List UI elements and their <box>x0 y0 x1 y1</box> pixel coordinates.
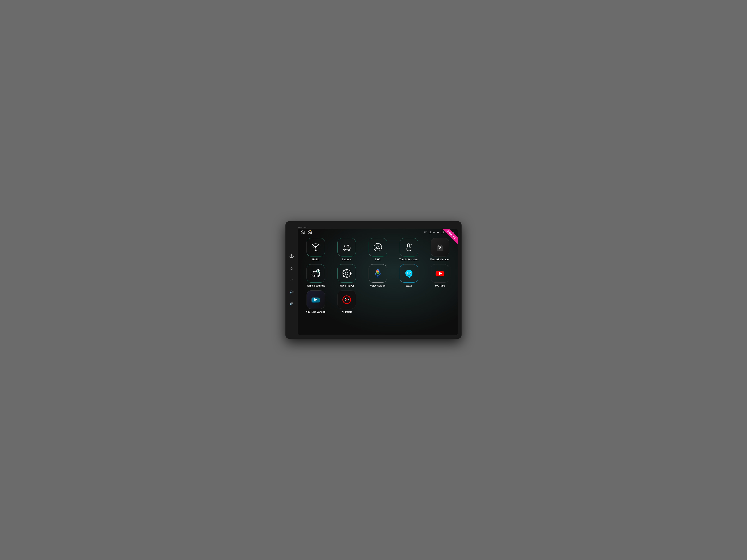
svg-rect-52 <box>376 271 379 272</box>
app-item-waze[interactable]: Waze <box>395 264 423 287</box>
touch-assistant-label: Touch-Assistant <box>399 258 418 261</box>
svg-point-57 <box>410 273 411 273</box>
volume-icon <box>436 231 440 234</box>
svg-text:i: i <box>318 270 318 272</box>
home-nav-icon[interactable] <box>301 230 305 235</box>
home-button[interactable]: ⌂ <box>288 264 295 272</box>
svg-line-20 <box>349 245 350 245</box>
youtube-icon <box>431 264 449 283</box>
svg-line-21 <box>347 247 347 247</box>
back-button[interactable]: ↩ <box>288 276 295 284</box>
app-item-settings[interactable]: Settings <box>333 238 361 261</box>
time-display: 18:46 <box>429 231 435 234</box>
yt-music-label: YT Music <box>341 311 352 313</box>
app-item-vehicle-settings[interactable]: i Vehicle settings <box>302 264 330 287</box>
svg-line-19 <box>349 247 350 247</box>
svg-rect-0 <box>310 230 310 232</box>
swc-label: SWC <box>375 258 381 261</box>
device-body: ● MIC ● RST ⏻ ⌂ ↩ 🔊+ 🔊- REMOVE <box>285 221 462 339</box>
screen: REMOVE <box>298 229 458 335</box>
svg-point-13 <box>348 246 349 247</box>
youtube-vanced-icon: ✦ <box>307 290 325 309</box>
svg-line-18 <box>347 245 347 245</box>
youtube-label: YouTube <box>435 284 445 287</box>
svg-line-7 <box>316 250 317 251</box>
wifi-icon <box>423 231 427 234</box>
remove-sticker: REMOVE <box>439 229 458 247</box>
app-item-youtube-vanced[interactable]: ✦ YouTube Vanced <box>302 290 330 313</box>
screen-bezel: REMOVE <box>298 229 458 335</box>
radio-icon <box>307 238 325 257</box>
settings-label: Settings <box>342 258 352 261</box>
launcher-icon[interactable] <box>308 230 312 235</box>
power-button[interactable]: ⏻ <box>288 252 295 260</box>
vanced-manager-label: Vanced Manager <box>430 258 450 261</box>
remove-sticker-text: REMOVE <box>441 229 458 245</box>
svg-point-28 <box>410 244 411 245</box>
app-item-voice-search[interactable]: Voice Search <box>364 264 392 287</box>
app-grid: Radio <box>298 236 458 317</box>
svg-point-37 <box>343 270 351 277</box>
svg-point-67 <box>346 299 347 300</box>
mic-label: ● MIC <box>298 226 302 228</box>
svg-rect-53 <box>376 272 379 274</box>
waze-label: Waze <box>406 284 412 287</box>
video-player-icon <box>337 264 356 283</box>
swc-icon <box>368 238 387 257</box>
svg-text:V: V <box>439 247 441 250</box>
svg-point-56 <box>408 273 408 273</box>
svg-point-8 <box>315 247 316 248</box>
svg-rect-1 <box>310 230 311 231</box>
app-item-swc[interactable]: SWC <box>364 238 392 261</box>
app-item-video-player[interactable]: Video Player <box>333 264 361 287</box>
app-item-youtube[interactable]: YouTube <box>426 264 454 287</box>
svg-line-25 <box>375 248 377 249</box>
settings-icon <box>337 238 356 257</box>
vol-down-button[interactable]: 🔊- <box>288 300 295 308</box>
svg-point-38 <box>345 272 348 275</box>
svg-line-26 <box>379 248 381 249</box>
vehicle-settings-icon: i <box>307 264 325 283</box>
svg-text:✦: ✦ <box>318 297 320 299</box>
app-item-touch-assistant[interactable]: Touch-Assistant <box>395 238 423 261</box>
side-buttons: ⏻ ⌂ ↩ 🔊+ 🔊- <box>288 252 295 308</box>
vol-up-button[interactable]: 🔊+ <box>288 288 295 296</box>
vehicle-settings-label: Vehicle settings <box>306 284 325 287</box>
svg-rect-50 <box>376 270 378 271</box>
voice-search-icon <box>368 264 387 283</box>
svg-rect-51 <box>378 270 379 271</box>
touch-assistant-icon <box>400 238 418 257</box>
rst-label: ● RST <box>303 226 307 228</box>
app-item-radio[interactable]: Radio <box>302 238 330 261</box>
status-bar: 18:46 18 <box>298 229 458 236</box>
app-item-yt-music[interactable]: YT Music <box>333 290 361 313</box>
svg-line-6 <box>314 250 316 251</box>
yt-music-icon <box>337 290 356 309</box>
radio-label: Radio <box>312 258 319 261</box>
svg-point-23 <box>377 246 379 248</box>
voice-search-label: Voice Search <box>370 284 385 287</box>
youtube-vanced-label: YouTube Vanced <box>306 311 326 313</box>
video-player-label: Video Player <box>339 284 354 287</box>
waze-icon <box>400 264 418 283</box>
nav-icons <box>301 230 312 235</box>
